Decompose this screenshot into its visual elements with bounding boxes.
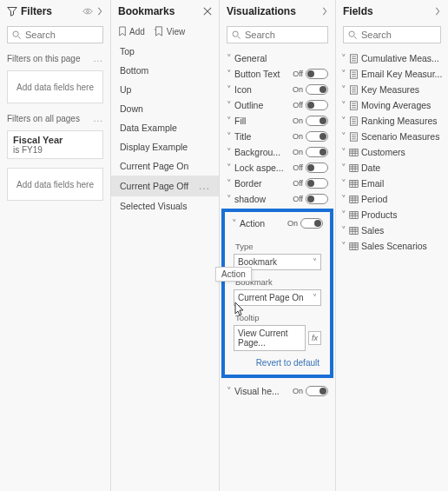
svg-rect-14 [350,211,358,218]
bookmark-item[interactable]: Top... [111,42,219,61]
field-row[interactable]: ˅Date [336,160,448,176]
calculator-icon [349,85,359,95]
chevron-down-icon: ˅ [227,131,232,142]
filters-section-all: Filters on all pages ... [0,110,110,127]
format-group[interactable]: ˅Backgrou...On [220,144,335,160]
format-group[interactable]: ˅IconOn [220,82,335,97]
chevron-down-icon: ˅ [227,178,232,189]
toggle[interactable] [306,147,328,157]
filters-search[interactable] [7,26,103,43]
bookmark-item[interactable]: Current Page Off... [111,176,219,196]
chevron-down-icon: ˅ [341,116,346,126]
visualizations-pane: Visualizations ˅General˅Button TextOff˅I… [220,0,336,491]
toggle[interactable] [306,163,328,173]
format-group[interactable]: ˅General [220,50,335,66]
bookmark-item[interactable]: Current Page On... [111,156,219,176]
fx-button[interactable]: fx [308,331,321,345]
field-label: Cumulative Meas... [361,53,439,63]
format-group[interactable]: ˅Button TextOff [220,66,335,82]
eye-icon[interactable] [82,7,93,16]
bookmark-item-label: Display Example [120,142,188,152]
filters-page-drop[interactable]: Add data fields here [7,70,103,103]
field-row[interactable]: ˅Sales Scenarios [336,238,448,254]
chevron-down-icon: ˅ [341,241,346,251]
field-row[interactable]: ˅Cumulative Meas... [336,50,448,66]
field-row[interactable]: ˅Period [336,191,448,207]
bookmarks-toolbar: Add View [111,23,219,42]
chevron-right-icon[interactable] [96,7,103,16]
toggle-visual-header[interactable] [306,386,328,396]
svg-rect-11 [350,164,358,171]
close-icon[interactable] [203,7,212,16]
bookmark-item-label: Current Page Off [120,181,188,191]
format-group[interactable]: ˅BorderOff [220,176,335,191]
calculator-icon [349,70,359,79]
bookmark-item-label: Current Page On [120,161,188,171]
toggle-action[interactable] [300,218,323,229]
chevron-down-icon: ˅ [313,293,317,302]
bookmark-item[interactable]: Up... [111,80,219,99]
chevron-down-icon: ˅ [341,147,346,157]
field-row[interactable]: ˅Email [336,176,448,191]
chevron-right-icon[interactable] [434,7,441,16]
bookmark-item[interactable]: Selected Visuals... [111,196,219,216]
bookmark-item[interactable]: Data Example... [111,118,219,137]
filters-title: Filters [21,5,52,17]
ellipsis-icon[interactable]: ... [199,180,210,192]
toggle[interactable] [306,178,328,189]
fields-search-input[interactable] [361,30,436,40]
field-row[interactable]: ˅Customers [336,144,448,160]
bookmarks-header: Bookmarks [111,0,219,23]
filter-card-fiscal-year[interactable]: Fiscal Year is FY19 [7,130,103,159]
fields-title: Fields [343,5,373,17]
fields-search[interactable] [343,26,441,43]
field-row[interactable]: ˅Key Measures [336,82,448,97]
format-group-action[interactable]: ˅ Action On [228,216,326,231]
toggle[interactable] [306,194,328,204]
bookmark-item[interactable]: Display Example... [111,137,219,156]
field-row[interactable]: ˅Moving Averages [336,97,448,113]
bookmark-combo[interactable]: Current Page On ˅ [234,289,321,306]
svg-rect-10 [350,149,358,156]
chevron-down-icon: ˅ [227,194,232,204]
revert-link[interactable]: Revert to default [228,356,326,368]
toggle[interactable] [306,69,328,79]
field-row[interactable]: ˅Email Key Measur... [336,66,448,82]
field-label: Date [361,163,380,173]
format-group[interactable]: ˅TitleOn [220,129,335,144]
tooltip-input[interactable]: View Current Page... [234,325,306,351]
viz-search[interactable] [227,26,328,43]
viz-search-input[interactable] [245,30,323,40]
chevron-down-icon: ˅ [341,163,346,173]
format-group[interactable]: ˅shadowOff [220,191,335,207]
bookmark-item-label: Top [120,46,135,56]
field-row[interactable]: ˅Sales [336,222,448,238]
viz-title: Visualizations [227,5,296,17]
bookmark-item-label: Data Example [120,123,177,133]
format-group[interactable]: ˅FillOn [220,113,335,129]
bookmark-item[interactable]: Bottom... [111,61,219,80]
filters-all-drop[interactable]: Add data fields here [7,168,103,201]
filters-search-input[interactable] [25,30,98,40]
toggle[interactable] [306,100,328,110]
chevron-down-icon: ˅ [227,100,232,110]
type-label: Type [228,240,326,253]
chevron-down-icon: ˅ [227,386,232,396]
format-group[interactable]: ˅OutlineOff [220,97,335,113]
bookmark-view[interactable]: View [154,26,186,36]
field-row[interactable]: ˅Products [336,207,448,222]
svg-point-1 [13,31,18,36]
format-label: Title [234,131,251,142]
field-label: Email [361,178,384,189]
toggle[interactable] [306,84,328,95]
toggle[interactable] [306,131,328,142]
field-row[interactable]: ˅Scenario Measures [336,129,448,144]
bookmark-item[interactable]: Down... [111,99,219,118]
format-group-visual-header[interactable]: ˅ Visual he... On [220,383,335,399]
bookmark-add[interactable]: Add [118,26,145,36]
chevron-right-icon[interactable] [321,7,328,16]
toggle[interactable] [306,116,328,126]
format-group[interactable]: ˅Lock aspe...Off [220,160,335,176]
field-label: Sales [361,225,384,236]
field-row[interactable]: ˅Ranking Measures [336,113,448,129]
